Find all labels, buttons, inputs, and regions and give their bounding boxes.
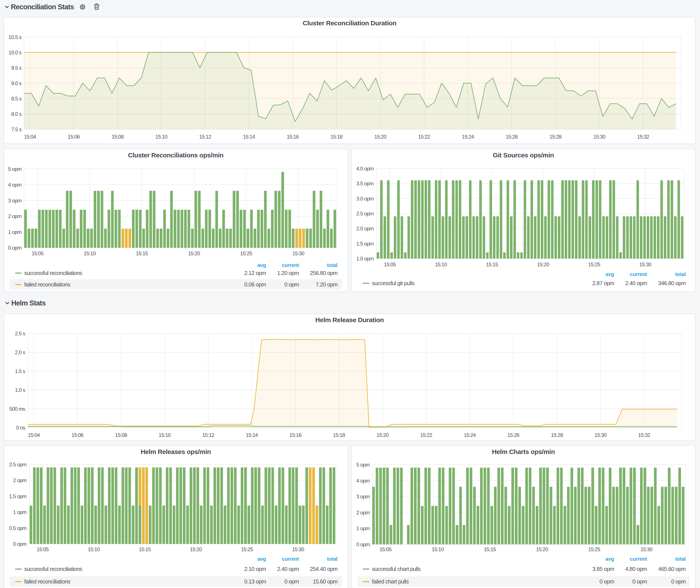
svg-text:15:26: 15:26 — [507, 432, 519, 438]
svg-text:successful reconciliations: successful reconciliations — [24, 270, 82, 276]
svg-text:15:15: 15:15 — [484, 546, 496, 552]
svg-text:1.5 opm: 1.5 opm — [356, 241, 374, 247]
svg-text:0.5 opm: 0.5 opm — [9, 525, 26, 531]
svg-text:0 opm: 0 opm — [8, 245, 21, 251]
svg-text:15:05: 15:05 — [384, 262, 396, 267]
svg-text:9.0 s: 9.0 s — [11, 80, 22, 86]
svg-text:2.5 s: 2.5 s — [15, 331, 25, 336]
svg-text:15:10: 15:10 — [84, 250, 96, 256]
svg-text:346.80 opm: 346.80 opm — [658, 280, 686, 286]
svg-text:256.80 opm: 256.80 opm — [310, 270, 337, 276]
svg-text:2.10 opm: 2.10 opm — [244, 566, 266, 572]
svg-text:15:20: 15:20 — [537, 262, 549, 267]
svg-text:0 ns: 0 ns — [16, 425, 25, 431]
svg-text:3 opm: 3 opm — [356, 494, 370, 499]
svg-text:15:24: 15:24 — [462, 134, 474, 140]
svg-text:1.0 opm: 1.0 opm — [356, 256, 374, 262]
svg-text:10.0 s: 10.0 s — [9, 50, 22, 55]
svg-text:15:20: 15:20 — [188, 250, 200, 256]
svg-text:2 opm: 2 opm — [356, 510, 370, 515]
svg-text:avg: avg — [605, 271, 614, 277]
svg-text:15:30: 15:30 — [292, 250, 304, 256]
svg-text:15:18: 15:18 — [333, 432, 345, 438]
svg-text:failed chart pulls: failed chart pulls — [372, 578, 409, 585]
svg-text:15:30: 15:30 — [593, 134, 605, 140]
svg-text:total: total — [675, 271, 686, 277]
svg-text:0 opm: 0 opm — [671, 578, 686, 585]
svg-text:0 opm: 0 opm — [284, 281, 299, 288]
svg-text:2 opm: 2 opm — [8, 213, 21, 219]
svg-text:15:12: 15:12 — [202, 432, 214, 438]
svg-text:15:12: 15:12 — [199, 134, 211, 140]
svg-text:total: total — [675, 556, 686, 562]
svg-text:0.06 opm: 0.06 opm — [244, 281, 266, 288]
svg-text:15:20: 15:20 — [377, 432, 389, 438]
svg-text:2.0 opm: 2.0 opm — [356, 226, 374, 231]
svg-text:15:04: 15:04 — [24, 134, 36, 140]
svg-text:8.0 s: 8.0 s — [11, 111, 22, 117]
svg-text:15:08: 15:08 — [111, 134, 124, 140]
svg-text:254.40 opm: 254.40 opm — [310, 566, 337, 572]
svg-text:465.60 opm: 465.60 opm — [658, 566, 686, 572]
svg-text:0 opm: 0 opm — [632, 578, 647, 585]
svg-text:15:20: 15:20 — [190, 546, 202, 552]
svg-text:15:05: 15:05 — [379, 546, 392, 552]
svg-text:15:10: 15:10 — [432, 546, 444, 552]
svg-text:15:20: 15:20 — [536, 546, 548, 552]
svg-text:15:25: 15:25 — [588, 262, 600, 267]
svg-text:15:30: 15:30 — [640, 546, 652, 552]
svg-text:avg: avg — [257, 262, 266, 268]
svg-text:15:10: 15:10 — [435, 262, 447, 267]
svg-text:0 opm: 0 opm — [600, 578, 614, 585]
svg-text:total: total — [327, 262, 337, 268]
svg-text:5 opm: 5 opm — [356, 462, 370, 468]
svg-text:15:18: 15:18 — [331, 134, 343, 140]
svg-text:15:16: 15:16 — [289, 432, 302, 438]
svg-text:4.0 opm: 4.0 opm — [356, 166, 374, 171]
svg-text:15:32: 15:32 — [638, 432, 650, 438]
svg-text:failed reconciliations: failed reconciliations — [24, 578, 70, 585]
svg-text:15:06: 15:06 — [68, 134, 80, 140]
svg-text:15:15: 15:15 — [139, 546, 151, 552]
svg-text:failed reconciliations: failed reconciliations — [24, 281, 70, 288]
svg-text:15:05: 15:05 — [37, 546, 49, 552]
svg-text:15:25: 15:25 — [241, 546, 253, 552]
svg-text:3.0 opm: 3.0 opm — [356, 196, 374, 202]
svg-text:15:30: 15:30 — [292, 546, 304, 552]
svg-text:15:22: 15:22 — [420, 432, 432, 438]
svg-text:15:10: 15:10 — [159, 432, 171, 438]
svg-text:current: current — [282, 262, 299, 268]
svg-text:total: total — [327, 556, 337, 562]
svg-text:3.5 opm: 3.5 opm — [356, 181, 374, 186]
svg-text:5 opm: 5 opm — [8, 166, 21, 172]
svg-text:15:10: 15:10 — [88, 546, 100, 552]
svg-text:0 opm: 0 opm — [284, 578, 299, 585]
svg-text:15:26: 15:26 — [506, 134, 518, 140]
svg-text:4.80 opm: 4.80 opm — [625, 566, 647, 572]
svg-text:4 opm: 4 opm — [356, 478, 370, 484]
svg-text:15:22: 15:22 — [418, 134, 430, 140]
svg-text:1 opm: 1 opm — [8, 229, 21, 235]
svg-text:7.20 opm: 7.20 opm — [316, 281, 337, 288]
svg-text:15:28: 15:28 — [551, 432, 563, 438]
svg-text:successful reconciliations: successful reconciliations — [24, 566, 82, 572]
svg-text:1 opm: 1 opm — [13, 509, 26, 515]
svg-text:avg: avg — [605, 556, 614, 562]
svg-text:2.12 opm: 2.12 opm — [244, 270, 266, 276]
svg-text:0.13 opm: 0.13 opm — [244, 578, 266, 585]
svg-text:15:25: 15:25 — [240, 250, 252, 256]
svg-text:1 opm: 1 opm — [356, 525, 370, 531]
svg-text:1.5 s: 1.5 s — [15, 368, 25, 374]
svg-text:10.5 s: 10.5 s — [9, 34, 22, 40]
svg-text:15:14: 15:14 — [246, 432, 258, 438]
svg-text:15.60 opm: 15.60 opm — [313, 578, 337, 585]
svg-text:15:15: 15:15 — [486, 262, 498, 267]
svg-text:1.5 opm: 1.5 opm — [9, 493, 26, 499]
svg-text:2 opm: 2 opm — [13, 477, 26, 483]
svg-text:avg: avg — [257, 556, 266, 562]
svg-text:15:05: 15:05 — [32, 250, 44, 256]
svg-text:0 opm: 0 opm — [13, 541, 26, 547]
svg-text:2.5 opm: 2.5 opm — [9, 462, 26, 467]
svg-text:0 opm: 0 opm — [356, 541, 370, 547]
svg-text:3.85 opm: 3.85 opm — [592, 566, 614, 572]
